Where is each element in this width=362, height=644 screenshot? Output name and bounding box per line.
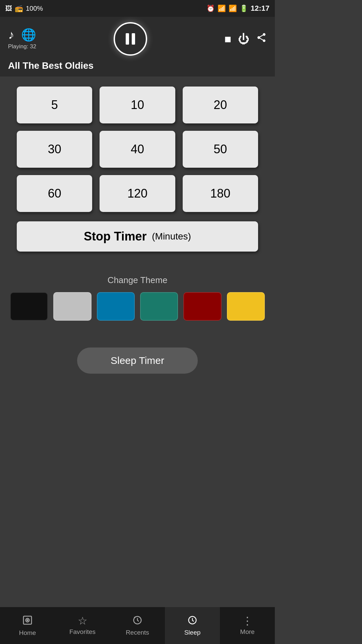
theme-swatch-red[interactable] (183, 292, 221, 321)
nav-label-sleep: Sleep (184, 629, 201, 636)
timer-btn-50[interactable]: 50 (183, 131, 258, 168)
player-right: ■ ⏻ (224, 32, 267, 46)
timer-btn-180[interactable]: 180 (183, 175, 258, 212)
player-header: ♪ 🌐 Playing: 32 ■ ⏻ All The Best Old (0, 17, 275, 76)
timer-btn-60[interactable]: 60 (17, 175, 92, 212)
svg-rect-2 (26, 619, 28, 621)
theme-section: Change Theme (0, 275, 275, 321)
player-left: ♪ 🌐 Playing: 32 (8, 28, 36, 50)
sleep-icon (187, 615, 197, 627)
theme-swatch-black[interactable] (10, 292, 48, 321)
stop-icon[interactable]: ■ (224, 33, 231, 46)
photo-icon: 🖼 (5, 5, 12, 12)
pause-button[interactable] (114, 22, 147, 56)
battery-count: 100% (26, 5, 43, 12)
theme-colors (10, 292, 265, 321)
nav-label-recents: Recents (126, 629, 149, 636)
left-icon-row: ♪ 🌐 (8, 28, 36, 42)
stop-timer-button[interactable]: Stop Timer (Minutes) (17, 221, 258, 252)
alarm-icon: ⏰ (206, 4, 215, 12)
more-icon: ⋮ (242, 615, 253, 626)
pause-bar-left (126, 33, 129, 45)
wifi-icon: 📶 (218, 4, 226, 12)
recents-icon (132, 615, 142, 627)
sleep-timer-button[interactable]: Sleep Timer (77, 347, 198, 374)
nav-label-favorites: Favorites (69, 628, 96, 636)
nav-item-favorites[interactable]: ☆ Favorites (55, 607, 110, 644)
theme-swatch-yellow[interactable] (227, 292, 265, 321)
playing-label: Playing: 32 (8, 43, 36, 50)
timer-btn-40[interactable]: 40 (100, 131, 175, 168)
theme-swatch-silver[interactable] (53, 292, 91, 321)
favorites-icon: ☆ (78, 615, 87, 626)
theme-title: Change Theme (10, 275, 265, 285)
nav-item-more[interactable]: ⋮ More (220, 607, 275, 644)
power-icon[interactable]: ⏻ (238, 33, 249, 46)
timer-grid: 5 10 20 30 40 50 60 120 180 (17, 87, 258, 212)
nav-label-home: Home (19, 629, 36, 637)
clock: 12:17 (251, 4, 269, 13)
timer-btn-10[interactable]: 10 (100, 87, 175, 123)
pause-bar-right (132, 33, 135, 45)
nav-item-home[interactable]: Home (0, 607, 55, 644)
stop-timer-label: Stop Timer (84, 229, 146, 244)
battery-icon: 🔋 (240, 4, 248, 12)
nav-item-recents[interactable]: Recents (110, 607, 165, 644)
theme-swatch-blue[interactable] (97, 292, 135, 321)
status-right: ⏰ 📶 📶 🔋 12:17 (206, 4, 269, 13)
globe-icon[interactable]: 🌐 (21, 28, 36, 42)
bottom-nav: Home ☆ Favorites Recents Sleep ⋮ More (0, 607, 275, 644)
status-bar: 🖼 📻 100% ⏰ 📶 📶 🔋 12:17 (0, 0, 275, 17)
nav-item-sleep[interactable]: Sleep (165, 607, 220, 644)
stop-timer-sub: (Minutes) (149, 231, 191, 242)
pause-icon (124, 33, 136, 45)
player-controls-row: ♪ 🌐 Playing: 32 ■ ⏻ (8, 22, 267, 56)
signal-icon: 📶 (229, 4, 237, 12)
station-title: All The Best Oldies (8, 60, 267, 71)
app-icon: 📻 (15, 4, 23, 12)
timer-btn-30[interactable]: 30 (17, 131, 92, 168)
player-center (114, 22, 147, 56)
status-left: 🖼 📻 100% (5, 4, 43, 12)
nav-label-more: More (240, 628, 254, 636)
theme-swatch-teal[interactable] (140, 292, 178, 321)
timer-section: 5 10 20 30 40 50 60 120 180 Stop Timer (… (0, 76, 275, 275)
timer-btn-5[interactable]: 5 (17, 87, 92, 123)
home-icon (22, 615, 33, 627)
music-note-icon[interactable]: ♪ (8, 28, 14, 42)
share-icon[interactable] (256, 32, 267, 46)
timer-btn-120[interactable]: 120 (100, 175, 175, 212)
timer-btn-20[interactable]: 20 (183, 87, 258, 123)
sleep-timer-section: Sleep Timer (0, 347, 275, 374)
